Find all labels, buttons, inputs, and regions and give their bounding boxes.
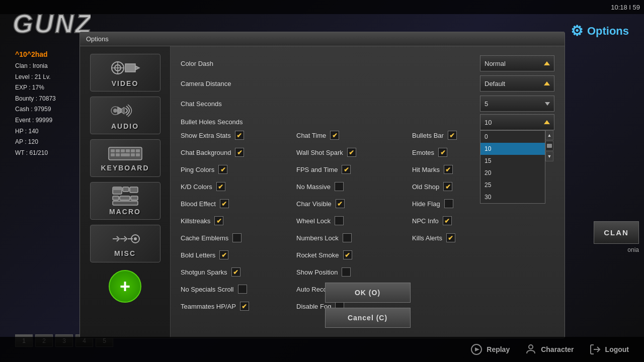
cb-box-rocket-smoke[interactable]: ✔ (343, 250, 352, 259)
cb-box-kills-alerts[interactable]: ✔ (446, 233, 455, 242)
cb-label-npc-info: NPC Info (412, 217, 439, 225)
cb-check-hit-marks: ✔ (445, 166, 451, 173)
cb-box-no-specials-scroll[interactable] (238, 285, 247, 294)
cb-box-ping-colors[interactable]: ✔ (218, 165, 227, 174)
camera-distance-dropdown[interactable]: Default (480, 75, 554, 92)
sidebar-item-misc[interactable]: MISC (90, 225, 160, 262)
svg-rect-12 (131, 149, 135, 152)
camera-distance-label: Camera Distance (181, 80, 480, 87)
options-header: ⚙ Options (571, 23, 629, 39)
bullet-list-item-30[interactable]: 30 (480, 191, 545, 203)
cb-box-emotes[interactable]: ✔ (438, 148, 447, 157)
cb-killstreaks: Killstreaks ✔ (181, 212, 296, 229)
svg-rect-13 (136, 149, 140, 152)
cb-box-killstreaks[interactable]: ✔ (214, 216, 223, 225)
nav-character[interactable]: Character (525, 343, 574, 355)
cb-box-hit-marks[interactable]: ✔ (444, 165, 453, 174)
cb-check-blood-effect: ✔ (221, 200, 227, 208)
cb-kd-colors: K/D Colors ✔ (181, 178, 296, 195)
bullet-scroll-up[interactable]: ▲ (545, 130, 553, 140)
color-dash-dropdown[interactable]: Normal (480, 55, 554, 71)
cb-label-shotgun-sparks: Shotgun Sparks (181, 268, 227, 276)
sidebar-item-keyboard[interactable]: KEYBOARD (90, 139, 160, 177)
player-cash: Cash : 97959 (15, 104, 75, 115)
svg-rect-15 (116, 153, 120, 156)
keyboard-icon (108, 145, 143, 162)
cb-box-chat-background[interactable]: ✔ (235, 148, 244, 157)
svg-rect-26 (113, 201, 138, 205)
sidebar-item-audio[interactable]: AUDIO (90, 97, 160, 134)
cancel-button[interactable]: Cancel (C) (325, 308, 411, 328)
nav-character-label: Character (541, 345, 574, 353)
bullet-list-item-0[interactable]: 0 (480, 131, 545, 143)
cb-box-char-visible[interactable]: ✔ (336, 199, 345, 208)
bullet-list-item-25[interactable]: 25 (480, 179, 545, 191)
bullet-scroll-down[interactable]: ▼ (545, 151, 553, 161)
svg-text:GUNZ: GUNZ (13, 9, 91, 38)
cb-label-show-position: Show Position (296, 268, 338, 276)
cb-box-npc-info[interactable]: ✔ (443, 216, 452, 225)
logout-icon (589, 343, 601, 355)
cb-kills-alerts: Kills Alerts ✔ (412, 229, 518, 246)
bullet-scroll-track (545, 141, 553, 151)
cb-check-char-visible: ✔ (337, 200, 343, 208)
clan-member: onia (627, 246, 639, 253)
sidebar-macro-label: MACRO (109, 208, 141, 216)
chat-seconds-spinner[interactable]: 5 (480, 96, 554, 112)
cb-box-show-extra-stats[interactable]: ✔ (235, 131, 244, 140)
sidebar-item-video[interactable]: VIDEO (90, 54, 160, 92)
svg-point-28 (134, 237, 137, 240)
cb-box-show-position[interactable] (342, 267, 351, 277)
cb-check-chat-time: ✔ (332, 132, 338, 139)
cb-box-teammates-hpap[interactable]: ✔ (240, 302, 249, 311)
checkbox-col-1: Show Extra Stats ✔ Chat Background ✔ Pin… (181, 127, 296, 315)
cb-box-kd-colors[interactable]: ✔ (216, 182, 225, 191)
bullet-list-item-15[interactable]: 15 (480, 155, 545, 167)
cb-check-fps-time: ✔ (344, 166, 349, 173)
cb-char-visible: Char Visible ✔ (296, 195, 412, 212)
cb-fps-time: FPS and Time ✔ (296, 161, 412, 178)
nav-replay[interactable]: Replay (470, 343, 510, 355)
cb-box-numbers-lock[interactable] (343, 233, 352, 242)
cb-box-hide-flag[interactable] (444, 199, 453, 208)
cb-box-chat-time[interactable]: ✔ (330, 131, 339, 140)
sidebar-misc-label: MISC (114, 249, 136, 257)
nav-logout[interactable]: Logout (589, 343, 629, 355)
cb-box-cache-emblems[interactable] (232, 233, 242, 242)
cb-box-fps-time[interactable]: ✔ (342, 165, 351, 174)
character-icon (525, 343, 537, 355)
bullet-holes-arrow-up (544, 120, 550, 124)
cb-label-hit-marks: Hit Marks (412, 166, 440, 173)
cb-box-bold-letters[interactable]: ✔ (219, 250, 228, 259)
cb-box-bullets-bar[interactable]: ✔ (448, 131, 457, 140)
color-dash-value: Normal (485, 60, 506, 67)
svg-rect-14 (111, 153, 115, 156)
svg-rect-18 (136, 153, 140, 156)
cb-no-massive: No Massive (296, 178, 412, 195)
bullet-holes-list: 0 10 15 20 25 30 (480, 130, 545, 204)
svg-rect-20 (113, 187, 122, 190)
add-button[interactable]: + (109, 270, 141, 303)
cb-box-blood-effect[interactable]: ✔ (220, 199, 229, 208)
clan-button[interactable]: CLAN (594, 221, 639, 244)
svg-rect-24 (120, 196, 130, 200)
svg-rect-21 (123, 187, 129, 192)
sidebar-item-macro[interactable]: MACRO (90, 182, 160, 220)
cb-box-shotgun-sparks[interactable]: ✔ (231, 267, 240, 277)
svg-point-6 (113, 109, 117, 113)
cb-check-kills-alerts: ✔ (448, 234, 453, 242)
bullet-list-item-10[interactable]: 10 (480, 143, 545, 155)
cb-box-no-massive[interactable] (335, 182, 344, 191)
cb-box-old-shop[interactable]: ✔ (443, 182, 452, 191)
cb-check-chat-background: ✔ (237, 149, 243, 156)
misc-icon (110, 230, 140, 248)
cb-box-wheel-lock[interactable] (335, 216, 344, 225)
ok-button[interactable]: OK (O) (325, 283, 411, 303)
top-bar: 10:18 I 59 (0, 0, 644, 14)
cb-box-wall-shot-spark[interactable]: ✔ (347, 148, 356, 157)
bottom-nav: Replay Character Logout (0, 337, 644, 362)
cb-check-bold-letters: ✔ (221, 251, 227, 259)
bullet-list-item-20[interactable]: 20 (480, 167, 545, 179)
chat-seconds-value: 5 (485, 100, 488, 108)
plus-icon: + (120, 276, 130, 297)
